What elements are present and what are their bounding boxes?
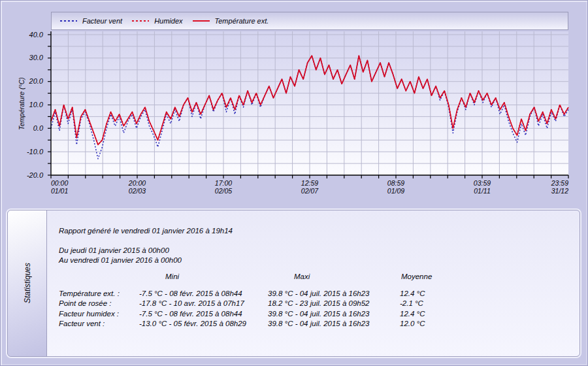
stat-cell-label: Facteur vent : [59,319,139,329]
statistics-header-row: Mini Maxi Moyenne [59,272,573,282]
legend-item: Humidex [132,17,182,25]
column-header-maxi: Maxi [268,272,400,282]
column-header-mini: Mini [139,272,268,282]
x-tick-label: 17:0002/05 [200,179,247,195]
stat-cell-label: Température ext. : [59,289,139,299]
stat-cell-mini: -7.5 °C - 08 févr. 2015 à 08h44 [139,309,268,320]
legend-item: Facteur vent [60,17,122,25]
legend-item-label: Température ext. [215,17,269,25]
legend-item-label: Facteur vent [82,17,122,25]
statistics-content: Rapport généré le vendredi 01 janvier 20… [47,210,580,356]
report-generated-line: Rapport généré le vendredi 01 janvier 20… [59,226,573,236]
y-tick-label: 10.0 [17,101,43,108]
legend-item-label: Humidex [154,17,182,25]
stat-cell-maxi: 39.8 °C - 04 juil. 2015 à 16h23 [268,289,400,299]
x-tick-label: 20:0002/03 [114,179,161,195]
y-tick-label: 0.0 [17,124,43,132]
dotted-line-sample-icon [60,20,77,22]
period-from-line: Du jeudi 01 janvier 2015 à 00h00 [59,246,573,256]
y-tick-label: 30.0 [17,54,43,61]
stat-cell-mini: -17.8 °C - 10 avr. 2015 à 07h17 [139,299,268,309]
statistics-tab[interactable]: Statistiques [8,210,47,356]
y-axis-tick-labels: 40.030.020.010.00.0-10.0-20.0 [17,31,47,176]
temperature-chart-plot[interactable] [51,31,568,176]
y-tick-label: 20.0 [17,77,43,85]
solid-line-sample-icon [193,20,210,22]
x-tick-label: 00:0001/01 [51,179,98,195]
x-tick-label: 08:5901/09 [372,179,419,195]
stat-cell-maxi: 39.8 °C - 04 juil. 2015 à 16h23 [268,319,400,329]
legend-item: Température ext. [193,17,269,25]
chart-svg[interactable] [51,31,568,176]
stat-cell-label: Facteur humidex : [59,309,139,320]
weather-report-window: Facteur ventHumidexTempérature ext. Temp… [0,0,588,366]
chart-legend: Facteur ventHumidexTempérature ext. [51,12,568,30]
y-tick-label: 40.0 [17,31,43,39]
x-tick-label: 23:5931/12 [521,179,568,195]
statistics-table: Température ext. :-7.5 °C - 08 févr. 201… [59,289,573,329]
dotted-line-sample-icon [132,20,149,22]
stat-cell-maxi: 39.8 °C - 04 juil. 2015 à 16h23 [268,309,400,320]
stat-cell-maxi: 18.2 °C - 23 juil. 2015 à 09h52 [268,299,400,309]
stat-cell-label: Point de rosée : [59,299,139,309]
stat-cell-moyenne: -2.1 °C [400,299,472,309]
stat-cell-mini: -7.5 °C - 08 févr. 2015 à 08h44 [139,289,268,299]
statistics-panel: Statistiques Rapport généré le vendredi … [7,210,580,357]
stat-cell-mini: -13.0 °C - 05 févr. 2015 à 08h29 [139,319,268,329]
stat-cell-moyenne: 12.0 °C [400,319,472,329]
statistics-tab-label: Statistiques [23,263,32,303]
stat-cell-moyenne: 12.4 °C [400,289,472,299]
period-to-line: Au vendredi 01 janvier 2016 à 00h00 [59,256,573,265]
x-tick-label: 12:5902/07 [286,179,333,195]
x-tick-label: 03:5901/11 [459,179,506,195]
y-tick-label: -10.0 [17,148,43,156]
y-tick-label: -20.0 [17,171,43,179]
x-axis-tick-labels: 00:0001/0120:0002/0317:0002/0512:5902/07… [51,179,568,197]
column-header-moyenne: Moyenne [400,272,472,282]
stat-cell-moyenne: 12.4 °C [400,309,472,320]
